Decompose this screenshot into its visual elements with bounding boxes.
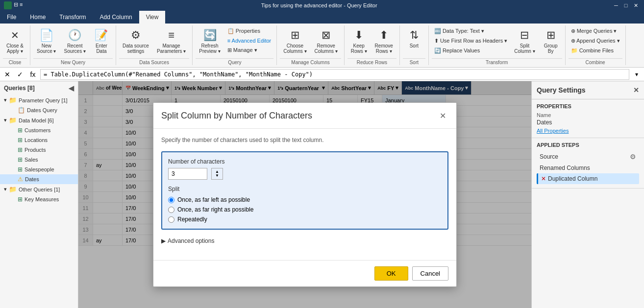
split-column-button[interactable]: ⊟ SplitColumn ▾ [511, 25, 538, 56]
sidebar-collapse-button[interactable]: ◀ [69, 84, 74, 92]
choose-columns-icon: ⊞ [287, 27, 303, 43]
radio-repeatedly-input[interactable] [168, 216, 174, 223]
spinner-down[interactable]: ▼ [215, 174, 219, 178]
radio-once-left[interactable]: Once, as far left as possible [168, 196, 442, 203]
group-by-icon: ⊞ [543, 27, 559, 43]
tab-file[interactable]: File [0, 11, 23, 24]
step-duplicated-column-label: Duplicated Column [548, 175, 597, 182]
title-bar-menu[interactable]: ⊟ ≡ [14, 1, 23, 9]
ribbon-tabs: File Home Transform Add Column View [0, 11, 644, 24]
sidebar-title: Queries [8] [4, 85, 35, 92]
split-column-label: SplitColumn ▾ [514, 43, 535, 54]
products-icon: ⊞ [18, 146, 23, 153]
dates-query-label: Dates Query [27, 107, 57, 113]
tab-add-column[interactable]: Add Column [93, 11, 139, 24]
new-source-button[interactable]: 📄 NewSource ▾ [33, 25, 59, 56]
ribbon-group-sort: ⇅ Sort Sort [400, 25, 429, 65]
sidebar-item-key-measures[interactable]: ⊞ Key Measures [0, 194, 78, 204]
close-apply-button[interactable]: ✕ Close &Apply ▾ [3, 25, 27, 56]
tab-view[interactable]: View [139, 11, 166, 24]
ok-button[interactable]: OK [374, 266, 408, 281]
modal-body: Specify the number of characters used to… [153, 129, 456, 260]
sidebar-item-salespeople[interactable]: ⊞ Salespeople [0, 165, 78, 174]
close-window-button[interactable]: ✕ [631, 1, 640, 9]
dates-label: Dates [25, 176, 39, 182]
manage-button[interactable]: ⊞ Manage ▾ [225, 46, 274, 55]
sales-icon: ⊞ [18, 156, 23, 163]
step-renamed-columns[interactable]: Renamed Columns [537, 163, 639, 173]
sidebar-group-other-header[interactable]: ▾ 📁 Other Queries [1] [0, 184, 78, 194]
remove-rows-button[interactable]: ⬆ RemoveRows ▾ [372, 25, 396, 56]
minimize-button[interactable]: ─ [612, 1, 620, 9]
sidebar-group-parameter-header[interactable]: ▾ 📁 Parameter Query [1] [0, 95, 78, 105]
enter-data-label: EnterData [96, 43, 107, 54]
tab-home[interactable]: Home [23, 11, 52, 24]
manage-parameters-label: ManageParameters ▾ [157, 43, 186, 54]
choose-columns-button[interactable]: ⊞ ChooseColumns ▾ [280, 25, 310, 56]
step-source-gear[interactable]: ⚙ [630, 153, 636, 161]
step-duplicated-column[interactable]: ✕ Duplicated Column [537, 173, 639, 184]
step-source[interactable]: Source ⚙ [537, 151, 639, 163]
group-by-button[interactable]: ⊞ GroupBy [540, 25, 562, 56]
maximize-button[interactable]: □ [621, 1, 630, 9]
properties-section-title: PROPERTIES [537, 103, 639, 109]
sidebar-item-dates[interactable]: ⚠ Dates [0, 174, 78, 184]
tab-transform[interactable]: Transform [52, 11, 93, 24]
formula-expand-button[interactable]: ▾ [631, 69, 642, 80]
modal-close-button[interactable]: ✕ [437, 110, 448, 121]
sidebar-header: Queries [8] ◀ [0, 81, 78, 95]
right-panel-title: Query Settings [537, 86, 586, 94]
right-panel-close-button[interactable]: ✕ [633, 86, 639, 94]
merge-queries-button[interactable]: ⊕ Merge Queries ▾ [569, 26, 622, 36]
sidebar-item-sales[interactable]: ⊞ Sales [0, 155, 78, 165]
formula-confirm-button[interactable]: ✓ [15, 69, 25, 80]
radio-once-right-input[interactable] [168, 207, 174, 213]
num-chars-input[interactable] [168, 168, 207, 180]
ribbon-group-reduce-rows: ⬇ KeepRows ▾ ⬆ RemoveRows ▾ Reduce Rows [345, 25, 400, 65]
replace-values-button[interactable]: 🔄 Replace Values [432, 46, 510, 55]
all-properties-link[interactable]: All Properties [537, 128, 639, 134]
split-column-modal: Split Column by Number of Characters ✕ S… [153, 102, 457, 287]
sort-button[interactable]: ⇅ Sort [403, 25, 425, 50]
enter-data-button[interactable]: 📝 EnterData [90, 25, 113, 56]
first-row-headers-button[interactable]: ⬆ Use First Row as Headers ▾ [432, 36, 510, 46]
properties-button[interactable]: 📋 Properties [225, 26, 274, 36]
num-chars-spinner[interactable]: ▲ ▼ [211, 168, 223, 180]
refresh-preview-button[interactable]: 🔄 RefreshPreview ▾ [196, 25, 223, 56]
sidebar-item-customers[interactable]: ⊞ Customers [0, 125, 78, 135]
locations-icon: ⊞ [18, 137, 23, 143]
sidebar-item-products[interactable]: ⊞ Products [0, 145, 78, 155]
recent-sources-button[interactable]: 🕐 RecentSources ▾ [60, 25, 89, 56]
sidebar-group-parameter: ▾ 📁 Parameter Query [1] 📋 Dates Query [0, 95, 78, 115]
ribbon-group-transform: 🔤 Data Type: Text ▾ ⬆ Use First Row as H… [429, 25, 566, 65]
radio-once-left-input[interactable] [168, 197, 174, 203]
radio-once-right[interactable]: Once, as far right as possible [168, 206, 442, 213]
dates-query-icon: 📋 [18, 107, 25, 114]
advanced-options-toggle[interactable]: ▶ Advanced options [161, 237, 448, 244]
sidebar-item-locations[interactable]: ⊞ Locations [0, 135, 78, 145]
close-apply-label: Close &Apply ▾ [6, 43, 24, 54]
advanced-editor-button[interactable]: ≡ Advanced Editor [225, 36, 274, 45]
formula-cancel-button[interactable]: ✕ [2, 69, 13, 80]
sidebar-group-other-chevron: ▾ [4, 186, 7, 192]
radio-repeatedly[interactable]: Repeatedly [168, 216, 442, 223]
data-source-settings-button[interactable]: ⚙ Data sourcesettings [119, 25, 152, 56]
step-renamed-columns-label: Renamed Columns [540, 165, 590, 171]
step-delete-icon[interactable]: ✕ [541, 175, 546, 182]
manage-parameters-button[interactable]: ≡ ManageParameters ▾ [153, 25, 189, 56]
ribbon-group-combine: ⊕ Merge Queries ▾ ⊕ Append Queries ▾ 📁 C… [566, 25, 626, 65]
append-queries-button[interactable]: ⊕ Append Queries ▾ [569, 36, 622, 46]
combine-files-button[interactable]: 📁 Combine Files [569, 46, 622, 55]
sidebar-group-data-model-header[interactable]: ▾ 📁 Data Model [6] [0, 115, 78, 125]
data-type-button[interactable]: 🔤 Data Type: Text ▾ [432, 26, 510, 36]
keep-rows-button[interactable]: ⬇ KeepRows ▾ [347, 25, 371, 56]
formula-input[interactable] [40, 69, 629, 80]
formula-fx-button[interactable]: fx [27, 69, 38, 80]
cancel-button[interactable]: Cancel [412, 266, 448, 281]
sidebar-item-dates-query[interactable]: 📋 Dates Query [0, 105, 78, 115]
ribbon-group-data-sources: ⚙ Data sourcesettings ≡ ManageParameters… [116, 25, 193, 65]
key-measures-label: Key Measures [25, 196, 59, 202]
title-controls: ─ □ ✕ [612, 1, 640, 9]
remove-columns-button[interactable]: ⊠ RemoveColumns ▾ [311, 25, 341, 56]
steps-list: Source ⚙ Renamed Columns ✕ Duplicated Co… [537, 151, 639, 184]
